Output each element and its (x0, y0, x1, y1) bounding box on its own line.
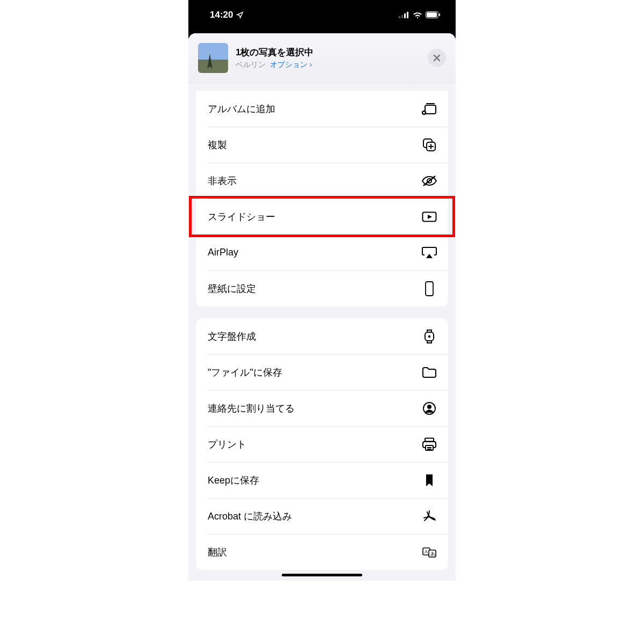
sheet-header: 1枚の写真を選択中 ベルリン オプション › (188, 33, 456, 83)
slideshow-icon (421, 210, 437, 224)
svg-point-16 (428, 335, 430, 337)
row-label: 壁紙に設定 (208, 282, 256, 295)
battery-icon (426, 11, 441, 18)
row-label: 複製 (208, 138, 227, 151)
row-create-watchface[interactable]: 文字盤作成 (196, 318, 448, 354)
svg-rect-19 (425, 438, 434, 441)
cellular-signal-icon (399, 12, 409, 18)
translate-icon: Aあ (421, 545, 437, 559)
sheet-subtitle: ベルリン オプション › (236, 60, 428, 70)
svg-rect-14 (426, 282, 433, 296)
watchface-icon (421, 330, 437, 343)
row-label: Acrobat に読み込み (208, 510, 292, 523)
row-save-to-files[interactable]: "ファイル"に保存 (196, 354, 448, 390)
row-airplay[interactable]: AirPlay (196, 235, 448, 270)
row-label: 翻訳 (208, 546, 227, 559)
row-label: アルバムに追加 (208, 103, 275, 115)
home-indicator[interactable] (282, 574, 362, 576)
sheet-title: 1枚の写真を選択中 (236, 46, 428, 58)
location-label: ベルリン (236, 60, 266, 69)
row-assign-contact[interactable]: 連絡先に割り当てる (196, 390, 448, 426)
notch (274, 0, 370, 16)
svg-rect-5 (427, 12, 437, 17)
airplay-icon (421, 246, 437, 260)
row-label: 連絡先に割り当てる (208, 402, 295, 415)
row-label: "ファイル"に保存 (208, 366, 282, 379)
row-add-to-album[interactable]: アルバムに追加 (196, 91, 448, 127)
row-translate[interactable]: 翻訳 Aあ (196, 534, 448, 570)
wifi-icon (413, 11, 422, 18)
status-time: 14:20 (210, 10, 233, 20)
acrobat-icon (421, 509, 437, 523)
print-icon (421, 437, 437, 451)
bookmark-icon (421, 473, 437, 487)
row-hide[interactable]: 非表示 (196, 163, 448, 199)
row-open-in-acrobat[interactable]: Acrobat に読み込み (196, 498, 448, 534)
row-label: AirPlay (208, 247, 238, 258)
album-add-icon (421, 102, 437, 116)
svg-rect-7 (425, 105, 436, 114)
svg-point-18 (427, 405, 431, 409)
share-sheet: 1枚の写真を選択中 ベルリン オプション › アルバムに追加 (188, 33, 456, 581)
row-label: Keepに保存 (208, 474, 259, 487)
action-group-1: アルバムに追加 複製 非表示 (196, 91, 448, 306)
photo-thumbnail[interactable] (198, 43, 228, 73)
row-label: プリント (208, 438, 246, 451)
row-slideshow[interactable]: スライドショー (196, 199, 448, 235)
row-label: 文字盤作成 (208, 330, 256, 343)
folder-icon (421, 365, 437, 379)
phone-frame: 14:20 1枚の写真を選択中 ベルリン オプション › (188, 0, 456, 581)
row-save-to-keep[interactable]: Keepに保存 (196, 462, 448, 498)
action-group-2: 文字盤作成 "ファイル"に保存 連絡先に割り当てる (196, 318, 448, 570)
hide-icon (421, 174, 437, 188)
close-button[interactable] (428, 49, 446, 67)
wallpaper-icon (421, 282, 437, 296)
svg-rect-1 (401, 15, 403, 18)
location-services-icon (236, 11, 244, 19)
svg-rect-2 (404, 13, 406, 18)
svg-rect-0 (399, 16, 400, 18)
options-link[interactable]: オプション › (270, 60, 312, 69)
sheet-body[interactable]: アルバムに追加 複製 非表示 (188, 83, 456, 570)
contact-icon (421, 401, 437, 415)
row-set-wallpaper[interactable]: 壁紙に設定 (196, 270, 448, 306)
row-label: スライドショー (208, 210, 275, 223)
svg-rect-3 (407, 12, 408, 18)
duplicate-icon (421, 138, 437, 152)
row-print[interactable]: プリント (196, 426, 448, 462)
svg-text:あ: あ (430, 551, 435, 557)
svg-rect-6 (439, 13, 440, 16)
svg-text:A: A (425, 549, 428, 554)
row-duplicate[interactable]: 複製 (196, 127, 448, 163)
row-label: 非表示 (208, 174, 237, 187)
